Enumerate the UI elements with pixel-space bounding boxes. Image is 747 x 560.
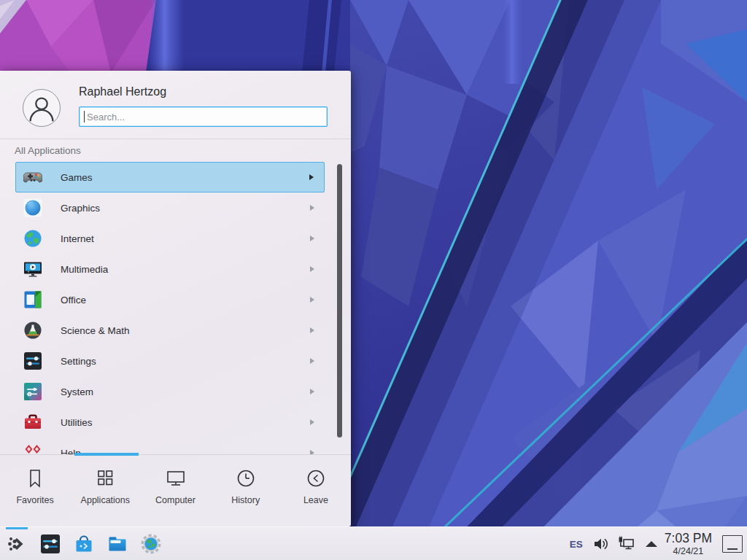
globe-gear-icon [140, 533, 162, 555]
expand-tray-icon[interactable] [646, 541, 657, 547]
show-desktop-glyph [727, 548, 738, 551]
submenu-arrow-icon [310, 266, 314, 272]
tab-applications[interactable]: Applications [70, 457, 140, 523]
category-label: Internet [61, 233, 310, 244]
category-label: Settings [61, 356, 310, 367]
list-scrollbar[interactable] [337, 164, 342, 438]
submenu-arrow-icon [309, 174, 314, 180]
footer-separator [0, 454, 351, 455]
category-row-multimedia[interactable]: Multimedia [15, 254, 325, 284]
category-row-graphics[interactable]: Graphics [15, 192, 325, 223]
folder-icon [107, 533, 128, 555]
file-manager-button[interactable] [107, 533, 128, 555]
network-icon[interactable] [617, 536, 635, 553]
games-icon [23, 168, 42, 187]
submenu-arrow-icon [310, 327, 314, 333]
tab-label: Applications [81, 495, 130, 505]
show-desktop-button[interactable] [722, 535, 743, 553]
tab-label: Favorites [16, 495, 53, 505]
category-row-games[interactable]: Games [15, 162, 325, 192]
application-launcher-button[interactable] [6, 533, 28, 555]
section-label: All Applications [15, 145, 81, 156]
launcher-tab-bar: Favorites Applications Comp [0, 457, 351, 523]
category-row-internet[interactable]: Internet [15, 223, 325, 254]
submenu-arrow-icon [310, 389, 314, 394]
submenu-arrow-icon [310, 358, 314, 364]
launcher-header: Raphael Hertzog [0, 71, 351, 139]
category-list: Games Graphics [0, 162, 351, 454]
volume-icon[interactable] [593, 536, 610, 552]
keyboard-layout-indicator[interactable]: ES [570, 539, 583, 550]
settings-icon [23, 351, 42, 370]
category-label: Science & Math [61, 325, 310, 336]
category-label: Utilities [61, 417, 310, 428]
clock-time: 7:03 PM [665, 532, 712, 545]
graphics-icon [23, 198, 42, 217]
submenu-arrow-icon [310, 419, 314, 425]
category-row-utilities[interactable]: Utilities [15, 407, 325, 438]
system-settings-icon [39, 533, 61, 555]
submenu-arrow-icon [310, 236, 314, 241]
tab-computer[interactable]: Computer [140, 457, 210, 523]
system-tray: ES 7:03 PM 4/24/21 [570, 527, 743, 560]
digital-clock[interactable]: 7:03 PM 4/24/21 [665, 532, 712, 556]
taskbar: ES 7:03 PM 4/24/21 [0, 526, 747, 560]
internet-icon [23, 229, 42, 248]
category-row-office[interactable]: Office [15, 284, 325, 315]
category-label: Games [61, 172, 309, 183]
category-row-science[interactable]: Science & Math [15, 315, 325, 346]
multimedia-icon [23, 260, 42, 279]
leave-icon [305, 467, 327, 489]
user-avatar[interactable] [23, 89, 61, 127]
office-icon [23, 290, 42, 309]
tab-history[interactable]: History [211, 457, 281, 523]
kde-launcher-icon [6, 533, 28, 555]
web-browser-button[interactable] [140, 533, 162, 555]
user-icon [23, 89, 60, 127]
category-row-help[interactable]: Help [15, 438, 325, 454]
science-icon [23, 321, 42, 340]
computer-icon [165, 467, 187, 489]
category-row-system[interactable]: System [15, 376, 325, 407]
category-row-settings[interactable]: Settings [15, 346, 325, 376]
clock-date: 4/24/21 [665, 547, 712, 556]
utilities-icon [23, 413, 42, 432]
submenu-arrow-icon [310, 205, 314, 211]
application-launcher-panel: Raphael Hertzog All Applications [0, 71, 351, 526]
history-icon [235, 467, 257, 489]
applications-icon [94, 467, 116, 489]
discover-button[interactable] [73, 533, 95, 555]
tab-label: History [231, 495, 260, 505]
tab-label: Leave [303, 495, 328, 505]
help-icon [23, 443, 42, 454]
submenu-arrow-icon [310, 297, 314, 303]
system-settings-button[interactable] [39, 533, 61, 555]
category-label: System [61, 386, 310, 397]
category-label: Multimedia [61, 264, 310, 275]
search-input[interactable] [79, 106, 328, 127]
category-label: Office [61, 295, 310, 306]
user-name: Raphael Hertzog [79, 85, 166, 98]
system-icon [23, 382, 42, 401]
tab-leave[interactable]: Leave [281, 457, 351, 523]
active-tab-indicator [74, 453, 139, 456]
tab-label: Computer [155, 495, 196, 505]
category-label: Graphics [61, 203, 310, 214]
favorites-icon [24, 467, 46, 489]
text-cursor [84, 111, 85, 122]
discover-icon [73, 533, 95, 555]
tab-favorites[interactable]: Favorites [0, 457, 70, 523]
